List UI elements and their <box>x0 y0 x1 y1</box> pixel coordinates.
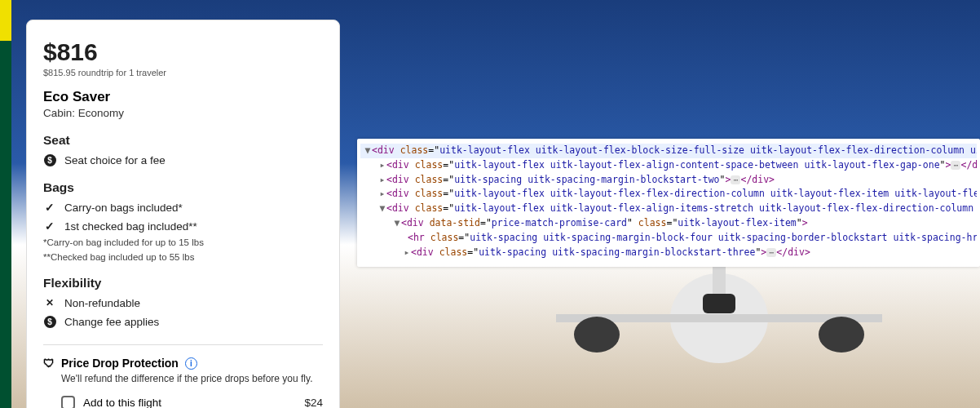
dollar-icon: $ <box>43 153 56 166</box>
bags-carryon-text: Carry-on bags included* <box>64 202 183 214</box>
check-icon <box>43 220 56 233</box>
pdp-title: Price Drop Protection <box>61 357 179 370</box>
dom-node[interactable]: <hr class="uitk-spacing uitk-spacing-mar… <box>360 231 977 246</box>
bags-section-title: Bags <box>43 180 323 195</box>
price-display: $816 <box>43 38 323 66</box>
bags-note-2: **Checked bag included up to 55 lbs <box>43 252 323 262</box>
pdp-price: $24 <box>304 397 323 408</box>
seat-choice-text: Seat choice for a fee <box>64 154 166 166</box>
pdp-checkbox[interactable] <box>61 396 75 408</box>
changefee-text: Change fee applies <box>64 316 159 328</box>
check-icon <box>43 201 56 214</box>
bags-note-1: *Carry-on bag included for up to 15 lbs <box>43 237 323 247</box>
shield-icon: 🛡 <box>43 357 55 370</box>
fare-card: $816 $815.95 roundtrip for 1 traveler Ec… <box>26 20 340 408</box>
bags-checked-text: 1st checked bag included** <box>64 220 197 233</box>
dom-node[interactable]: ▸<div class="uitk-layout-flex uitk-layou… <box>360 187 977 202</box>
dom-node[interactable]: ▸<div class="uitk-spacing uitk-spacing-m… <box>360 173 977 188</box>
svg-rect-5 <box>703 294 735 313</box>
svg-point-2 <box>574 317 620 353</box>
cabin-class: Cabin: Economy <box>43 107 323 119</box>
fare-name: Eco Saver <box>43 89 323 105</box>
flexibility-section-title: Flexibility <box>43 276 323 290</box>
pdp-add-option[interactable]: Add to this flight <box>61 396 161 408</box>
dom-node[interactable]: ▼<div class="uitk-layout-flex uitk-layou… <box>360 202 977 216</box>
pdp-add-label: Add to this flight <box>83 397 161 408</box>
svg-point-3 <box>819 317 864 353</box>
devtools-elements-panel[interactable]: ▼<div class="uitk-layout-flex uitk-layou… <box>357 139 980 267</box>
dom-node[interactable]: ▸<div class="uitk-spacing uitk-spacing-m… <box>360 246 977 260</box>
seat-section-title: Seat <box>43 133 323 148</box>
x-icon <box>43 296 56 309</box>
dom-node[interactable]: ▼<div data-stid="price-match-promise-car… <box>360 216 977 231</box>
nonrefundable-text: Non-refundable <box>64 297 140 309</box>
divider <box>43 344 323 345</box>
dollar-icon: $ <box>43 315 56 328</box>
dom-node[interactable]: ▸<div class="uitk-layout-flex uitk-layou… <box>360 158 977 173</box>
dom-node[interactable]: ▼<div class="uitk-layout-flex uitk-layou… <box>360 144 977 158</box>
info-icon[interactable]: i <box>185 357 197 370</box>
price-subtext: $815.95 roundtrip for 1 traveler <box>43 68 323 78</box>
window-edge <box>0 0 11 408</box>
pdp-description: We'll refund the difference if the price… <box>61 373 323 384</box>
